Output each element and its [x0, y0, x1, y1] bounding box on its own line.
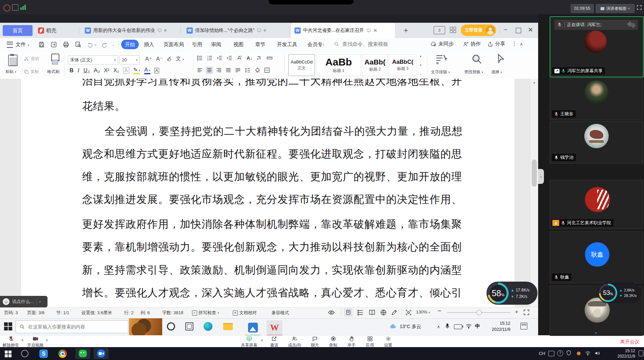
- paragraph-mark-icon[interactable]: [256, 55, 263, 61]
- emoji-icon[interactable]: ☺: [3, 298, 10, 305]
- video-options-icon[interactable]: ∧: [45, 338, 48, 342]
- sharing-control-pill[interactable]: [269, 0, 354, 4]
- zoom-out-icon[interactable]: −: [438, 307, 441, 315]
- taskbar-app-wechat[interactable]: [75, 348, 90, 359]
- taskbar-app-wps-icon[interactable]: W: [267, 320, 282, 336]
- taskbar-app-meeting-icon[interactable]: [245, 320, 261, 336]
- fit-page-icon[interactable]: [405, 309, 412, 316]
- close-tab-icon[interactable]: ✕: [373, 27, 378, 34]
- highlight-icon[interactable]: ✎ ▾: [133, 67, 140, 74]
- taskbar-app-meeting[interactable]: [94, 348, 109, 359]
- strikethrough-icon[interactable]: A ▾: [94, 68, 100, 74]
- cut-button[interactable]: 剪切: [24, 56, 39, 62]
- view-mode-button[interactable]: 演讲者视图 ▾: [596, 4, 634, 13]
- ruler-icon[interactable]: [266, 55, 273, 61]
- ribbon-tab-view[interactable]: 视图: [233, 41, 244, 48]
- save-icon[interactable]: [38, 41, 45, 48]
- text-effects-icon[interactable]: 🄰: [123, 68, 129, 74]
- select-icon[interactable]: [495, 53, 506, 64]
- find-replace-icon[interactable]: [471, 53, 482, 65]
- undo-icon[interactable]: [87, 41, 94, 48]
- network-stats-overlay-main[interactable]: 58% ▲17.6K/s ▼7.2K/s: [487, 282, 537, 305]
- tray-clock[interactable]: 15:122022/11/9: [607, 348, 635, 359]
- danmaku-input-pill[interactable]: ☺ 说点什么... ‹: [0, 296, 48, 307]
- ribbon-tab-insert[interactable]: 插入: [144, 41, 154, 48]
- style-heading1[interactable]: AaBb标题 1: [316, 54, 361, 76]
- decrease-font-icon[interactable]: A⁻: [156, 56, 163, 62]
- windows-start-icon[interactable]: [4, 322, 12, 330]
- justify-icon[interactable]: [225, 67, 231, 73]
- chevron-down-icon[interactable]: ⌄: [594, 330, 598, 335]
- taskbar-app-explorer-icon[interactable]: [223, 323, 233, 330]
- distribute-icon[interactable]: [235, 67, 241, 73]
- ribbon-tab-references[interactable]: 引用: [192, 41, 202, 48]
- decrease-indent-icon[interactable]: [216, 55, 223, 61]
- close-button[interactable]: ✕: [528, 26, 533, 34]
- style-gallery-scroll[interactable]: ▲▼⌄: [418, 55, 423, 76]
- tray-app-icon[interactable]: [577, 352, 581, 355]
- taskbar-app-edge-icon[interactable]: [204, 322, 212, 331]
- doc-tab-active[interactable]: W 中共河北省委...在石家庄召开 ✕: [291, 23, 395, 38]
- underline-icon[interactable]: U ▾: [83, 68, 90, 74]
- increase-indent-icon[interactable]: [226, 55, 232, 61]
- record-button[interactable]: 录制: [326, 336, 341, 348]
- text-layout-button[interactable]: 文字排版 ▾: [431, 69, 450, 75]
- start-video-button[interactable]: 开启视频: [26, 336, 45, 348]
- participant-tile[interactable]: 王晓非: [550, 78, 643, 120]
- web-view-icon[interactable]: [380, 309, 387, 316]
- tray-shield-icon[interactable]: [566, 350, 571, 356]
- format-painter-icon[interactable]: [50, 54, 60, 66]
- participant-tile-speaker[interactable]: 正在讲话: 冯军兰; 冯军兰的屏幕共享: [550, 16, 644, 77]
- new-tab-button[interactable]: ＋: [402, 25, 410, 35]
- command-search-input[interactable]: [342, 41, 401, 47]
- leave-meeting-button[interactable]: 离开会议: [620, 339, 639, 345]
- toolbar-more-icon[interactable]: ⌄: [112, 43, 115, 46]
- scroll-up-icon[interactable]: ▲: [533, 81, 536, 84]
- taskbar-app-opera-icon[interactable]: [167, 322, 175, 330]
- zoom-slider-thumb[interactable]: [476, 310, 482, 315]
- pen-tool-icon[interactable]: [391, 309, 398, 316]
- taskbar-app-icon[interactable]: [185, 322, 193, 330]
- tray-wifi-icon[interactable]: [585, 350, 591, 356]
- maximize-button[interactable]: [516, 28, 521, 33]
- fullpage-icon[interactable]: [523, 309, 530, 316]
- print-preview-icon[interactable]: [75, 41, 82, 48]
- members-button[interactable]: 成员(8): [285, 336, 304, 348]
- tray-volume-icon[interactable]: [594, 350, 600, 356]
- align-center-icon[interactable]: [206, 67, 213, 74]
- align-left-icon[interactable]: [197, 67, 203, 73]
- menu-icon[interactable]: [7, 42, 13, 48]
- command-search[interactable]: [334, 41, 401, 47]
- minimize-button[interactable]: −: [504, 26, 508, 34]
- status-word-count[interactable]: 字数: 3818: [162, 310, 183, 316]
- print-icon[interactable]: [62, 41, 70, 48]
- char-border-icon[interactable]: A: [154, 68, 159, 73]
- collapse-left-icon[interactable]: ‹: [39, 299, 41, 304]
- font-size-select[interactable]: 20▾: [119, 55, 140, 64]
- output-icon[interactable]: [50, 41, 57, 48]
- zoom-slider[interactable]: [447, 312, 510, 313]
- spell-check-button[interactable]: ✓ 拼写检查▾: [192, 310, 219, 316]
- bullet-list-icon[interactable]: [197, 55, 203, 61]
- ribbon-tab-review[interactable]: 审阅: [211, 41, 221, 48]
- line-spacing-icon[interactable]: [244, 67, 251, 73]
- fullscreen-icon[interactable]: [637, 5, 642, 10]
- windows-search-box[interactable]: [16, 320, 128, 333]
- tray-wifi-icon[interactable]: [466, 323, 472, 329]
- windows-start-icon[interactable]: [5, 350, 12, 357]
- eye-protect-icon[interactable]: [328, 309, 335, 316]
- sort-icon[interactable]: A↓: [247, 55, 252, 61]
- taskbar-app-s-icon[interactable]: S: [39, 349, 48, 358]
- info-icon[interactable]: [3, 4, 11, 12]
- increase-font-icon[interactable]: A⁺: [145, 56, 152, 62]
- tray-battery-icon[interactable]: [454, 324, 462, 329]
- login-button[interactable]: 立即登录: [461, 24, 496, 36]
- font-name-select[interactable]: 宋体 (正文)▾: [68, 55, 118, 64]
- tray-keyboard-icon[interactable]: [548, 351, 554, 356]
- sidebar-collapse-handle[interactable]: ›: [538, 169, 544, 184]
- taskbar-app-icon[interactable]: [21, 350, 29, 357]
- participant-tile[interactable]: 河北工艺美术职业学院: [550, 180, 643, 229]
- style-normal[interactable]: AaBbCcDd正文: [288, 54, 315, 76]
- text-layout-icon[interactable]: [436, 54, 449, 65]
- participant-tile[interactable]: 钱学治: [550, 121, 643, 164]
